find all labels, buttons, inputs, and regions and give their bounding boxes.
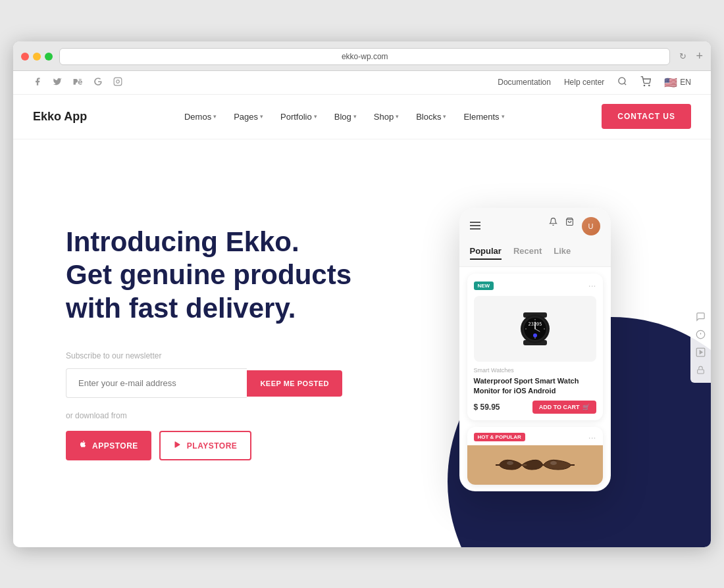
new-badge: NEW [474,282,494,290]
sunglasses-image [467,445,603,485]
product-card-header: NEW ··· [474,280,596,291]
hamburger-icon[interactable] [470,220,480,232]
search-icon[interactable] [617,76,627,88]
instagram-icon[interactable] [113,77,122,88]
playstore-button[interactable]: PLAYSTORE [159,431,252,460]
user-avatar[interactable]: U [582,217,600,235]
chevron-down-icon: ▾ [353,113,357,120]
lock-icon[interactable] [696,365,706,375]
main-nav: Ekko App Demos ▾ Pages ▾ Portfolio ▾ Blo… [13,95,711,139]
chevron-down-icon: ▾ [502,113,505,120]
language-label: EN [680,78,691,87]
watch-illustration: 23205 [509,303,561,355]
product-card-2-header: HOT & POPULAR ··· [467,427,603,445]
product-card-1: NEW ··· [467,274,603,420]
svg-point-20 [533,333,537,337]
nav-blocks[interactable]: Blocks ▾ [409,107,453,127]
new-tab-button[interactable]: + [696,49,703,63]
svg-point-16 [534,319,536,320]
svg-point-4 [644,85,645,86]
url-bar[interactable]: ekko-wp.com [59,48,670,65]
product-card-2: HOT & POPULAR ··· [467,427,603,485]
play-icon[interactable] [696,347,706,357]
svg-point-18 [525,328,527,330]
behance-icon[interactable] [72,77,83,88]
svg-point-19 [544,328,545,330]
appstore-button[interactable]: APPSTORE [66,431,151,460]
close-button[interactable] [21,53,29,61]
svg-line-3 [625,83,627,85]
sunglasses-illustration [496,449,575,481]
card-menu-icon[interactable]: ··· [588,432,596,443]
cart-icon[interactable] [640,76,651,89]
chat-icon[interactable] [696,312,706,322]
add-to-cart-button[interactable]: ADD TO CART 🛒 [532,401,596,414]
tab-like[interactable]: Like [554,246,571,260]
notification-icon[interactable] [549,217,557,235]
sidebar-right [690,304,711,383]
utility-bar: Documentation Help center 🇺🇸 EN [13,71,711,95]
google-icon[interactable] [93,77,103,88]
facebook-icon[interactable] [33,77,42,88]
svg-point-5 [649,85,650,86]
nav-links: Demos ▾ Pages ▾ Portfolio ▾ Blog ▾ Shop [178,107,511,127]
contact-us-button[interactable]: CONTACT US [602,104,691,129]
hero-content: Introducing Ekko. Get genuine products w… [66,226,378,460]
email-input[interactable] [66,368,247,398]
svg-point-25 [507,461,513,465]
playstore-label: PLAYSTORE [187,441,238,451]
phone-tabs: Popular Recent Like [459,241,611,267]
phone-header-icons: U [549,217,600,235]
tab-recent[interactable]: Recent [513,246,542,260]
chevron-down-icon: ▾ [260,113,263,120]
svg-rect-0 [114,78,122,86]
nav-shop[interactable]: Shop ▾ [367,107,405,127]
twitter-icon[interactable] [53,77,62,88]
apple-icon [79,440,87,451]
url-text: ekko-wp.com [342,52,388,61]
documentation-link[interactable]: Documentation [498,78,551,87]
chevron-down-icon: ▾ [443,113,446,120]
refresh-button[interactable]: ↻ [679,51,686,61]
nav-portfolio[interactable]: Portfolio ▾ [274,107,324,127]
info-icon[interactable] [696,330,706,339]
email-form: KEEP ME POSTED [66,368,342,398]
hero-right: U Popular Recent Like NEW [378,195,691,491]
product-footer: $ 59.95 ADD TO CART 🛒 [474,401,596,414]
flag-icon: 🇺🇸 [664,76,677,89]
utility-right: Documentation Help center 🇺🇸 EN [498,76,691,89]
phone-mockup: U Popular Recent Like NEW [459,208,611,491]
product-category: Smart Watches [474,367,596,374]
card-menu-icon[interactable]: ··· [588,280,596,291]
hero-title: Introducing Ekko. Get genuine products w… [66,226,378,325]
social-icons [33,77,122,88]
playstore-icon [174,440,182,451]
help-center-link[interactable]: Help center [564,78,604,87]
minimize-button[interactable] [33,53,41,61]
language-selector[interactable]: 🇺🇸 EN [664,76,691,89]
nav-blog[interactable]: Blog ▾ [328,107,363,127]
add-to-cart-label: ADD TO CART [539,404,580,410]
phone-content: NEW ··· [459,267,611,491]
product-price: $ 59.95 [474,403,500,412]
nav-elements[interactable]: Elements ▾ [457,107,511,127]
bag-icon[interactable] [565,217,574,235]
hero-section: Introducing Ekko. Get genuine products w… [13,139,711,547]
keep-posted-button[interactable]: KEEP ME POSTED [247,370,342,397]
page-content: Documentation Help center 🇺🇸 EN Ekko App [13,71,711,547]
site-logo[interactable]: Ekko App [33,110,87,124]
nav-demos[interactable]: Demos ▾ [178,107,223,127]
traffic-lights [21,53,53,61]
svg-point-26 [550,461,557,465]
product-name: Waterproof Sport Smart Watch Monitor for… [474,376,596,395]
svg-point-2 [619,78,625,84]
nav-pages[interactable]: Pages ▾ [227,107,270,127]
phone-header: U [459,208,611,241]
tab-popular[interactable]: Popular [470,246,502,260]
maximize-button[interactable] [45,53,53,61]
hot-badge: HOT & POPULAR [474,433,525,441]
cart-btn-icon: 🛒 [582,404,590,410]
svg-marker-31 [700,351,702,354]
svg-point-17 [534,337,536,339]
svg-rect-32 [698,369,704,373]
